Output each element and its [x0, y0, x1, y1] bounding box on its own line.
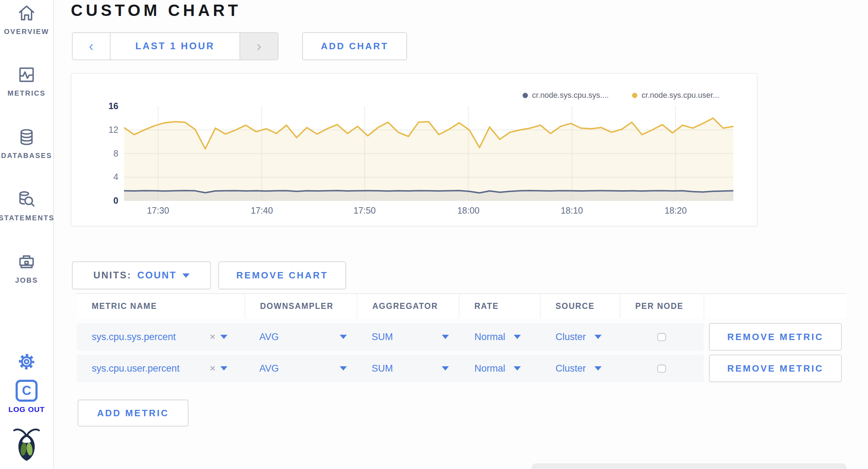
column-header: METRIC NAME [77, 294, 244, 318]
dropdown-arrow-icon [340, 366, 347, 371]
column-header-empty [704, 294, 846, 318]
time-range-picker: ‹ LAST 1 HOUR › [72, 32, 278, 60]
remove-metric-button[interactable]: REMOVE METRIC [709, 323, 842, 351]
x-axis-tick: 17:40 [251, 205, 273, 216]
metrics-chart-icon [18, 66, 35, 84]
dropdown-arrow-icon [340, 335, 347, 339]
x-axis-tick: 17:50 [354, 205, 376, 216]
page-title: CUSTOM CHART [71, 1, 241, 20]
y-axis-tick: 8 [79, 148, 118, 159]
avatar-letter: C [22, 383, 31, 398]
table-header-row: METRIC NAME DOWNSAMPLER AGGREGATOR RATE … [77, 293, 846, 318]
logout-label: LOG OUT [9, 405, 45, 414]
units-value: COUNT [137, 270, 177, 281]
dropdown-arrow-icon [220, 366, 227, 371]
downsampler-dropdown[interactable]: AVG [244, 355, 357, 382]
metric-name-value[interactable]: sys.cpu.user.percent [92, 363, 180, 374]
downsampler-value: AVG [259, 332, 279, 343]
chart-svg [124, 106, 733, 201]
chevron-right-icon: › [257, 38, 261, 54]
sidebar-item-statements[interactable]: STATEMENTS [0, 191, 53, 222]
source-dropdown[interactable]: Cluster [540, 323, 620, 351]
rate-dropdown[interactable]: Normal [459, 355, 540, 382]
database-icon [18, 128, 35, 146]
column-header: DOWNSAMPLER [244, 294, 357, 318]
rate-value: Normal [474, 363, 505, 374]
rate-value: Normal [474, 332, 505, 343]
briefcase-icon [18, 253, 35, 271]
gear-icon[interactable] [18, 353, 35, 371]
dropdown-arrow-icon [442, 366, 449, 371]
y-axis-tick: 12 [79, 125, 118, 135]
downsampler-value: AVG [259, 363, 279, 374]
time-next-button[interactable]: › [239, 33, 278, 60]
metric-name-dropdown[interactable]: × [210, 331, 244, 343]
legend-label: cr.node.sys.cpu.sys.... [532, 91, 609, 100]
legend-label: cr.node.sys.cpu.user... [642, 91, 719, 100]
x-axis-tick: 17:30 [147, 205, 169, 216]
per-node-checkbox[interactable] [657, 365, 666, 373]
metric-name-value[interactable]: sys.cpu.sys.percent [92, 332, 176, 343]
y-axis-tick: 0 [79, 196, 118, 206]
legend-item[interactable]: cr.node.sys.cpu.user... [632, 91, 719, 100]
dropdown-arrow-icon [594, 335, 602, 339]
column-header: RATE [459, 294, 540, 318]
column-header: PER NODE [620, 294, 704, 318]
remove-metric-button[interactable]: REMOVE METRIC [709, 355, 842, 382]
dropdown-arrow-icon [182, 273, 190, 278]
x-axis-tick: 18:10 [561, 205, 583, 216]
source-value: Cluster [556, 363, 586, 374]
add-metric-button[interactable]: ADD METRIC [78, 400, 188, 426]
per-node-checkbox[interactable] [657, 333, 666, 341]
units-label: UNITS: [94, 270, 132, 281]
sidebar-item-label: METRICS [7, 89, 46, 97]
column-header: AGGREGATOR [357, 294, 459, 318]
metrics-table: METRIC NAME DOWNSAMPLER AGGREGATOR RATE … [77, 293, 846, 381]
logout-button[interactable]: C LOG OUT [0, 380, 53, 414]
metric-row: sys.cpu.user.percent × AVG SUM Normal Cl… [77, 355, 846, 381]
sidebar-item-label: STATEMENTS [0, 214, 55, 222]
horizontal-scrollbar[interactable] [531, 463, 847, 469]
user-avatar: C [16, 380, 38, 402]
downsampler-dropdown[interactable]: AVG [244, 323, 357, 351]
sidebar-item-jobs[interactable]: JOBS [0, 253, 53, 284]
dropdown-arrow-icon [514, 366, 521, 371]
sidebar-item-overview[interactable]: OVERVIEW [0, 4, 53, 36]
sidebar-item-label: JOBS [15, 276, 38, 284]
units-dropdown[interactable]: UNITS: COUNT [72, 261, 211, 289]
sidebar-item-metrics[interactable]: METRICS [0, 66, 53, 97]
chart-legend: cr.node.sys.cpu.sys.... cr.node.sys.cpu.… [523, 91, 719, 100]
sidebar: OVERVIEW METRICS DATABASES [0, 0, 54, 469]
metric-row: sys.cpu.sys.percent × AVG SUM Normal Clu… [77, 323, 846, 350]
chevron-left-icon: ‹ [89, 38, 94, 54]
legend-item[interactable]: cr.node.sys.cpu.sys.... [523, 91, 609, 100]
cockroach-logo-icon[interactable] [13, 427, 40, 461]
legend-dot-user [632, 93, 637, 98]
legend-dot-sys [523, 93, 528, 98]
aggregator-dropdown[interactable]: SUM [357, 355, 459, 382]
source-dropdown[interactable]: Cluster [540, 355, 620, 382]
time-prev-button[interactable]: ‹ [73, 33, 111, 60]
column-header: SOURCE [540, 294, 620, 318]
statements-search-icon [18, 191, 35, 208]
x-axis-tick: 18:00 [457, 205, 480, 216]
sidebar-item-label: OVERVIEW [4, 28, 49, 36]
metric-name-dropdown[interactable]: × [210, 363, 244, 374]
clear-icon[interactable]: × [210, 363, 215, 374]
home-icon [18, 4, 35, 22]
add-chart-button[interactable]: ADD CHART [302, 32, 407, 60]
y-axis-tick: 16 [79, 101, 118, 111]
dropdown-arrow-icon [220, 335, 227, 339]
aggregator-value: SUM [372, 332, 393, 343]
clear-icon[interactable]: × [210, 331, 215, 343]
y-axis-tick: 4 [79, 172, 118, 182]
rate-dropdown[interactable]: Normal [459, 323, 540, 351]
dropdown-arrow-icon [442, 335, 449, 339]
sidebar-item-label: DATABASES [1, 152, 52, 160]
remove-chart-button[interactable]: REMOVE CHART [218, 261, 346, 289]
time-range-label[interactable]: LAST 1 HOUR [111, 33, 239, 60]
line-chart[interactable] [124, 106, 733, 201]
sidebar-item-databases[interactable]: DATABASES [0, 128, 53, 160]
x-axis-tick: 18:20 [665, 205, 687, 216]
aggregator-dropdown[interactable]: SUM [357, 323, 459, 351]
